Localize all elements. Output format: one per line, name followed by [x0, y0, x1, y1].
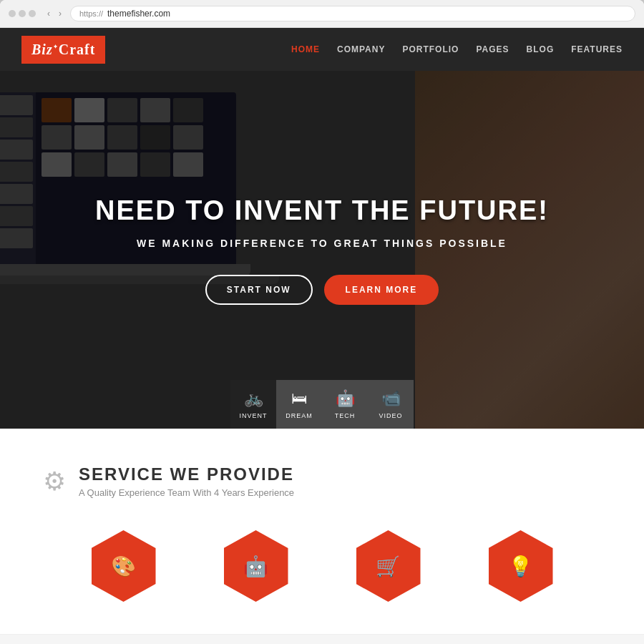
- services-title: SERVICE WE PROVIDE: [79, 464, 294, 484]
- hero-buttons: START NOW LEARN MORE: [95, 275, 549, 305]
- ecommerce-icon: 🛒: [376, 555, 401, 578]
- hexagon-ideas: 💡: [489, 530, 553, 602]
- services-icons: 🎨 🤖 🛒 💡: [43, 527, 601, 605]
- hero-subtitle: WE MAKING DIFFERENCE TO GREAT THINGS POS…: [95, 238, 549, 249]
- nav-portfolio[interactable]: PORTFOLIO: [402, 42, 459, 57]
- forward-button[interactable]: ›: [56, 7, 64, 20]
- service-design[interactable]: 🎨: [88, 527, 160, 605]
- tab-dream-label: DREAM: [286, 412, 313, 419]
- website: Biz✦Craft HOME COMPANY PORTFOLIO PAGES B…: [0, 28, 644, 644]
- services-section: ⚙ SERVICE WE PROVIDE A Quality Experienc…: [0, 429, 644, 634]
- learn-more-button[interactable]: LEARN MORE: [324, 275, 439, 305]
- tab-video[interactable]: 📹 VIDEO: [368, 380, 414, 429]
- logo-craft: Craft: [59, 42, 96, 57]
- services-header: ⚙ SERVICE WE PROVIDE A Quality Experienc…: [43, 464, 601, 498]
- browser-window: ‹ › https:// themefisher.com Biz✦Craft H…: [0, 0, 644, 644]
- browser-chrome: ‹ › https:// themefisher.com: [0, 0, 644, 28]
- tab-dream[interactable]: 🛏 DREAM: [276, 380, 322, 429]
- browser-dot-1: [9, 10, 16, 17]
- browser-dot-3: [29, 10, 36, 17]
- logo-biz: Biz: [31, 42, 53, 57]
- start-now-button[interactable]: START NOW: [205, 275, 313, 305]
- nav-company[interactable]: COMPANY: [337, 42, 385, 57]
- nav-home[interactable]: HOME: [291, 42, 320, 57]
- services-subtitle: A Quality Experience Team With 4 Years E…: [79, 487, 294, 498]
- back-button[interactable]: ‹: [44, 7, 53, 20]
- hero-tabs: 🚲 INVENT 🛏 DREAM 🤖 TECH 📹 VIDEO: [230, 380, 414, 429]
- address-bar[interactable]: https:// themefisher.com: [70, 6, 635, 21]
- service-ecommerce[interactable]: 🛒: [353, 527, 424, 605]
- browser-nav-buttons: ‹ ›: [44, 7, 64, 20]
- hexagon-ecommerce: 🛒: [356, 530, 421, 602]
- browser-dot-2: [19, 10, 26, 17]
- logo[interactable]: Biz✦Craft: [21, 36, 105, 64]
- site-nav: HOME COMPANY PORTFOLIO PAGES BLOG FEATUR…: [291, 42, 623, 57]
- video-icon: 📹: [381, 389, 401, 408]
- invent-icon: 🚲: [244, 389, 263, 408]
- android-icon: 🤖: [243, 555, 268, 578]
- services-title-block: SERVICE WE PROVIDE A Quality Experience …: [79, 464, 294, 498]
- site-header: Biz✦Craft HOME COMPANY PORTFOLIO PAGES B…: [0, 28, 644, 71]
- dream-icon: 🛏: [291, 389, 307, 408]
- protocol-label: https://: [79, 9, 103, 18]
- url-label: themefisher.com: [107, 9, 170, 19]
- tab-invent[interactable]: 🚲 INVENT: [230, 380, 276, 429]
- browser-dots: [9, 10, 36, 17]
- hexagon-android: 🤖: [224, 530, 288, 602]
- nav-features[interactable]: FEATURES: [571, 42, 623, 57]
- logo-text: Biz✦Craft: [31, 42, 95, 58]
- hero-content: NEED TO INVENT THE FUTURE! WE MAKING DIF…: [81, 181, 563, 319]
- footer-bar: [0, 634, 644, 644]
- tab-video-label: VIDEO: [379, 412, 402, 419]
- nav-pages[interactable]: PAGES: [476, 42, 509, 57]
- service-ideas[interactable]: 💡: [485, 527, 557, 605]
- nav-blog[interactable]: BLOG: [527, 42, 555, 57]
- tab-tech[interactable]: 🤖 TECH: [322, 380, 368, 429]
- service-android[interactable]: 🤖: [220, 527, 292, 605]
- tech-icon: 🤖: [336, 389, 355, 408]
- hexagon-design: 🎨: [92, 530, 156, 602]
- hero-title: NEED TO INVENT THE FUTURE!: [95, 195, 549, 226]
- tab-invent-label: INVENT: [239, 412, 267, 419]
- ideas-icon: 💡: [508, 555, 533, 578]
- gear-icon: ⚙: [43, 467, 66, 497]
- design-icon: 🎨: [111, 555, 136, 578]
- tab-tech-label: TECH: [335, 412, 356, 419]
- hero-section: NEED TO INVENT THE FUTURE! WE MAKING DIF…: [0, 71, 644, 429]
